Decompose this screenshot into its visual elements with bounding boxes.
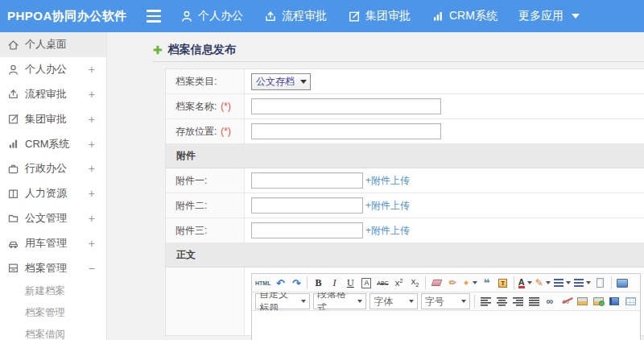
strikethrough-icon[interactable]: ABC: [375, 275, 390, 291]
sidebar-item-personal-desktop[interactable]: 个人桌面: [0, 32, 106, 57]
paragraph-format-select[interactable]: 段落格式: [313, 293, 366, 309]
align-center-icon[interactable]: [494, 293, 509, 309]
attachment-input-2[interactable]: [251, 197, 363, 214]
nav-item-crm-system[interactable]: CRM系统: [431, 9, 497, 23]
unlink-icon[interactable]: ∞: [559, 293, 573, 309]
attachment-upload-link-3[interactable]: +附件上传: [365, 224, 410, 238]
expand-icon[interactable]: +: [89, 114, 95, 125]
name-label: 档案名称: (*): [166, 94, 245, 118]
sidebar-item-group-approval[interactable]: 集团审批+: [0, 106, 106, 131]
sidebar-subitem-new-archive[interactable]: 新建档案: [0, 280, 106, 302]
nav-item-group-approval[interactable]: 集团审批: [348, 9, 411, 23]
expand-icon[interactable]: +: [89, 238, 95, 249]
editor-body[interactable]: [252, 311, 640, 340]
expand-icon[interactable]: +: [89, 213, 95, 224]
hamburger-menu-icon[interactable]: [147, 10, 161, 23]
sidebar-item-document-management[interactable]: 公文管理+: [0, 206, 106, 231]
highlight-dropdown-icon[interactable]: ✎: [535, 275, 551, 291]
fullscreen-icon[interactable]: [615, 275, 630, 291]
location-input[interactable]: [251, 123, 441, 139]
font-family-select[interactable]: 字体: [369, 293, 418, 309]
sidebar-item-crm-system[interactable]: CRM系统+: [0, 131, 106, 156]
edit-icon: [7, 113, 19, 125]
workflow-icon: [264, 10, 277, 23]
autotypeset-dropdown-icon[interactable]: ✦: [461, 275, 477, 291]
sidebar-subitem-label: 档案借阅: [25, 328, 65, 340]
ordered-list-dropdown-icon[interactable]: [553, 275, 572, 291]
expand-icon[interactable]: +: [89, 89, 95, 100]
format-brush-icon[interactable]: ✏: [445, 275, 460, 291]
italic-icon[interactable]: I: [327, 275, 341, 291]
sidebar-item-label: 行政办公: [25, 161, 67, 176]
superscript-icon[interactable]: X2: [391, 275, 406, 291]
sidebar-item-human-resources[interactable]: 人力资源+: [0, 181, 106, 206]
font-box-icon[interactable]: A: [359, 275, 374, 291]
sidebar-item-personal-office[interactable]: 个人办公+: [0, 57, 106, 82]
expand-icon[interactable]: +: [89, 64, 95, 75]
sidebar-item-vehicle-management[interactable]: 用车管理+: [0, 230, 106, 255]
nav-item-personal-office[interactable]: 个人办公: [180, 9, 243, 23]
sidebar-subitem-archive-borrow[interactable]: 档案借阅: [0, 324, 106, 340]
image-icon[interactable]: [575, 293, 589, 309]
align-left-icon[interactable]: [478, 293, 493, 309]
custom-title-select[interactable]: 自定义标题: [255, 293, 310, 309]
underline-icon[interactable]: U: [343, 275, 357, 291]
main-content: ✚ 档案信息发布 档案类目: 公文存档 档案名称: (*) 存放位置: [107, 32, 644, 340]
attachment-input-1[interactable]: [251, 172, 363, 189]
nav-label: 更多应用: [518, 9, 564, 23]
expand-icon[interactable]: +: [89, 188, 95, 199]
attachment-input-3[interactable]: [251, 222, 363, 238]
table-icon[interactable]: [623, 293, 638, 309]
link-icon[interactable]: ∞: [543, 293, 557, 309]
align-justify-icon[interactable]: [526, 293, 541, 309]
attachment-upload-link-1[interactable]: +附件上传: [365, 174, 410, 188]
nav-label: 个人办公: [198, 9, 243, 23]
html-source-icon[interactable]: HTML: [254, 275, 271, 291]
paste-text-icon[interactable]: T: [496, 275, 510, 291]
redo-icon[interactable]: ↷: [289, 275, 303, 291]
expand-icon[interactable]: +: [89, 163, 95, 174]
eraser-icon[interactable]: [429, 275, 444, 291]
combo-label: 字号: [425, 295, 444, 309]
blockquote-icon[interactable]: ❝: [480, 275, 494, 291]
font-size-select[interactable]: 字号: [421, 293, 470, 309]
home-icon: [7, 39, 19, 51]
subscript-icon[interactable]: X2: [407, 275, 422, 291]
editor-toolbar-row1: HTML↶↷BIUAABCX2X2✏✦❝TA✎: [252, 274, 640, 292]
user-icon: [180, 10, 193, 23]
briefcase-icon: [7, 163, 19, 175]
nav-item-workflow-approval[interactable]: 流程审批: [264, 9, 327, 23]
chart-icon: [431, 10, 444, 23]
page-title: 档案信息发布: [168, 43, 236, 57]
sidebar-subitem-archive-management-sub[interactable]: 档案管理: [0, 302, 106, 324]
expand-icon[interactable]: −: [89, 263, 95, 274]
archive-form: 档案类目: 公文存档 档案名称: (*) 存放位置: (*): [165, 68, 644, 336]
required-mark: (*): [221, 101, 231, 112]
nav-item-more-apps[interactable]: 更多应用: [518, 9, 580, 23]
name-input[interactable]: [251, 98, 441, 114]
body-section-header: 正文: [166, 243, 644, 267]
sidebar-item-archive-management[interactable]: 档案管理−: [0, 255, 106, 280]
unordered-list-dropdown-icon[interactable]: [573, 275, 592, 291]
form-row-attachment-3: 附件三:+附件上传: [166, 218, 644, 243]
bold-icon[interactable]: B: [311, 275, 325, 291]
new-page-icon[interactable]: [593, 275, 608, 291]
sidebar-item-label: 个人桌面: [25, 37, 67, 52]
form-row-name: 档案名称: (*): [166, 94, 644, 119]
caret-down-icon: [301, 300, 306, 303]
rich-text-editor: HTML↶↷BIUAABCX2X2✏✦❝TA✎ 自定义标题段落格式字体字号∞∞: [251, 273, 641, 340]
align-right-icon[interactable]: [510, 293, 525, 309]
font-color-dropdown-icon[interactable]: A: [518, 275, 533, 291]
nav-label: CRM系统: [449, 9, 497, 23]
multi-image-icon[interactable]: [591, 293, 605, 309]
toolbar-separator: [307, 276, 308, 289]
nav-label: 流程审批: [282, 9, 327, 23]
sidebar-item-admin-office[interactable]: 行政办公+: [0, 156, 106, 181]
expand-icon[interactable]: +: [89, 139, 95, 150]
attachment-label: 附件二:: [166, 193, 245, 218]
undo-icon[interactable]: ↶: [273, 275, 287, 291]
attachment-upload-link-2[interactable]: +附件上传: [365, 199, 410, 213]
sidebar-item-workflow-approval[interactable]: 流程审批+: [0, 82, 106, 107]
category-select[interactable]: 公文存档: [251, 73, 311, 90]
media-icon[interactable]: [607, 293, 621, 309]
